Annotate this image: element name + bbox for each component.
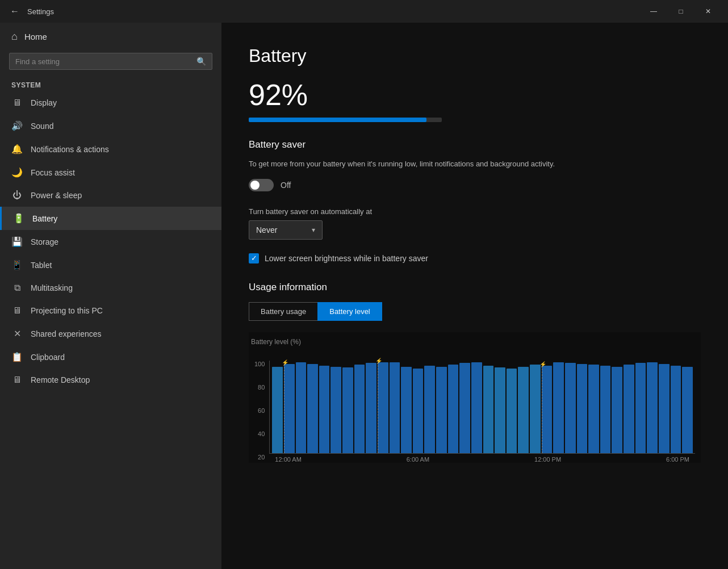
sidebar-item-tablet[interactable]: 📱 Tablet [0, 253, 221, 277]
tab-battery-usage[interactable]: Battery usage [249, 302, 317, 321]
chart-bar [565, 363, 576, 453]
tab-battery-level[interactable]: Battery level [317, 302, 382, 321]
home-icon: ⌂ [11, 31, 18, 43]
battery-saver-toggle-row: Off [249, 179, 701, 191]
projecting-icon: 🖥 [11, 306, 23, 316]
chart-bar [671, 366, 681, 453]
close-icon: ✕ [705, 7, 711, 15]
charging-marker-line [284, 364, 284, 453]
battery-icon: 🔋 [13, 213, 24, 224]
maximize-button[interactable]: □ [668, 2, 694, 20]
sidebar-item-focus[interactable]: 🌙 Focus assist [0, 161, 221, 184]
chart-bar [659, 364, 670, 453]
sidebar-item-power[interactable]: ⏻ Power & sleep [0, 184, 221, 207]
chart-y-label: Battery level (%) [249, 338, 701, 346]
chart-bar [612, 367, 622, 453]
y-tick-60: 60 [254, 407, 265, 414]
chart-bar [507, 369, 517, 453]
chart-bar [390, 362, 400, 453]
app-title: Settings [27, 7, 641, 16]
chart-bar [424, 366, 435, 453]
back-icon: ← [10, 6, 19, 16]
clipboard-icon: 📋 [11, 352, 23, 362]
chart-bar: ⚡ [378, 362, 388, 453]
chart-bar [436, 367, 447, 453]
battery-bar-fill [249, 118, 426, 122]
sidebar-item-power-label: Power & sleep [31, 191, 82, 200]
sidebar-item-storage-label: Storage [31, 237, 58, 246]
chart-bar [682, 367, 693, 453]
sound-icon: 🔊 [11, 120, 23, 131]
focus-icon: 🌙 [11, 167, 23, 178]
back-button[interactable]: ← [7, 3, 23, 19]
y-tick-20: 20 [254, 454, 265, 461]
chart-bar [588, 365, 599, 453]
brightness-checkbox-row: ✓ Lower screen brightness while in batte… [249, 253, 701, 263]
tablet-icon: 📱 [11, 260, 23, 270]
charging-marker-line [378, 362, 378, 453]
power-icon: ⏻ [11, 190, 23, 200]
toggle-label: Off [281, 181, 291, 190]
brightness-checkbox[interactable]: ✓ [249, 253, 259, 263]
chart-bar [459, 363, 470, 453]
chart-bar [366, 363, 376, 453]
chart-area: 100 80 60 40 20 ⚡⚡⚡ 12:00 AM 6:00 AM 12:… [249, 349, 701, 463]
sidebar-item-sound[interactable]: 🔊 Sound [0, 114, 221, 137]
storage-icon: 💾 [11, 236, 23, 247]
sidebar-item-display-label: Display [31, 98, 57, 107]
sidebar-item-battery[interactable]: 🔋 Battery [0, 207, 221, 230]
chart-bar [471, 362, 482, 453]
content-area: Battery 92% Battery saver To get more fr… [221, 23, 728, 569]
checkmark-icon: ✓ [251, 254, 257, 262]
home-label: Home [24, 32, 47, 41]
sidebar-item-sound-label: Sound [31, 122, 53, 131]
search-input[interactable] [15, 57, 196, 66]
sidebar: ⌂ Home 🔍 System 🖥 Display 🔊 Sound 🔔 Noti… [0, 23, 221, 569]
sidebar-item-focus-label: Focus assist [31, 168, 75, 177]
charging-marker-icon: ⚡ [375, 358, 382, 364]
battery-saver-desc: To get more from your battery when it's … [249, 158, 589, 170]
chart-bar: ⚡ [284, 364, 295, 453]
chart-bar [553, 362, 564, 453]
chart-bar [635, 363, 646, 453]
battery-bar [249, 118, 442, 122]
search-icon: 🔍 [196, 57, 206, 66]
chart-bars-wrapper: ⚡⚡⚡ 12:00 AM 6:00 AM 12:00 PM 6:00 PM [269, 361, 695, 463]
sidebar-item-projecting[interactable]: 🖥 Projecting to this PC [0, 299, 221, 322]
sidebar-item-notifications[interactable]: 🔔 Notifications & actions [0, 137, 221, 161]
sidebar-item-tablet-label: Tablet [31, 261, 52, 270]
sidebar-item-multitasking[interactable]: ⧉ Multitasking [0, 277, 221, 299]
y-tick-80: 80 [254, 384, 265, 391]
search-box[interactable]: 🔍 [9, 53, 212, 70]
sidebar-item-remote[interactable]: 🖥 Remote Desktop [0, 369, 221, 391]
chart-bar [577, 364, 588, 453]
brightness-checkbox-label: Lower screen brightness while in battery… [265, 254, 428, 263]
toggle-knob [250, 181, 260, 190]
sidebar-item-notifications-label: Notifications & actions [31, 145, 109, 154]
sidebar-item-display[interactable]: 🖥 Display [0, 91, 221, 114]
x-label-12pm: 12:00 PM [534, 456, 561, 463]
x-label-6am: 6:00 AM [407, 456, 429, 463]
sidebar-item-shared-label: Shared experiences [31, 329, 102, 338]
app-body: ⌂ Home 🔍 System 🖥 Display 🔊 Sound 🔔 Noti… [0, 23, 728, 569]
chart-bar [307, 364, 318, 453]
chart-bar [624, 365, 634, 453]
system-section-label: System [0, 77, 221, 91]
sidebar-item-storage[interactable]: 💾 Storage [0, 230, 221, 253]
sidebar-item-clipboard[interactable]: 📋 Clipboard [0, 345, 221, 369]
battery-saver-toggle[interactable] [249, 179, 274, 191]
chart-bars: ⚡⚡⚡ [269, 361, 695, 454]
shared-icon: ✕ [11, 328, 23, 339]
sidebar-item-projecting-label: Projecting to this PC [31, 306, 103, 315]
close-button[interactable]: ✕ [695, 2, 721, 20]
sidebar-item-battery-label: Battery [32, 214, 57, 223]
display-icon: 🖥 [11, 98, 23, 108]
minimize-button[interactable]: — [641, 2, 667, 20]
chart-bar [647, 362, 658, 453]
sidebar-item-shared[interactable]: ✕ Shared experiences [0, 322, 221, 345]
sidebar-item-home[interactable]: ⌂ Home [0, 23, 221, 51]
battery-saver-dropdown[interactable]: Never ▾ [249, 220, 323, 240]
chart-bar [413, 369, 424, 453]
chart-bar [448, 365, 459, 453]
usage-title: Usage information [249, 282, 701, 293]
